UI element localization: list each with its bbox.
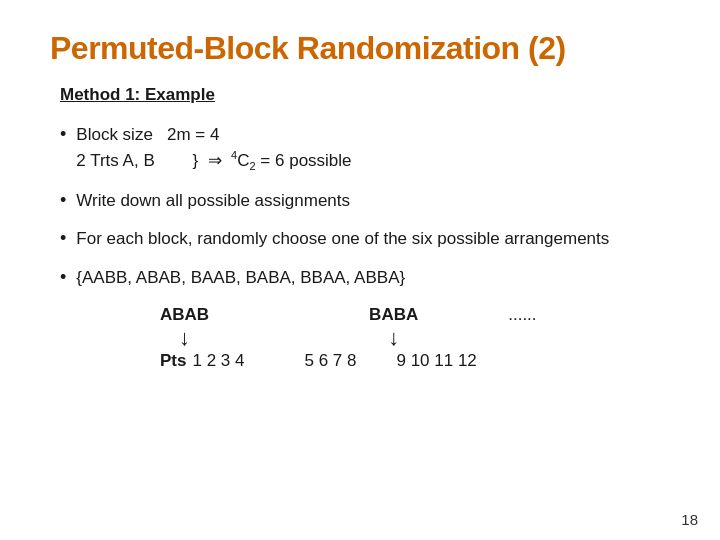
pts-col2: 5 6 7 8 [304,351,356,371]
abab-label: ABAB [160,305,209,325]
pts-label: Pts [160,351,186,371]
bullet-text-2: Write down all possible assignments [76,189,350,214]
bullet-text-1: Block size 2m = 4 2 Trts A, B } ⇒ 4C2 = … [76,123,351,175]
slide-title: Permuted-Block Randomization (2) [50,30,670,67]
pts-row: Pts 1 2 3 4 5 6 7 8 9 10 11 12 [160,351,670,371]
bullet-dot-4: • [60,267,66,288]
sup-4: 4 [231,149,237,161]
bullet1-line1: Block size 2m = 4 [76,123,351,148]
bullet-text-3: For each block, randomly choose one of t… [76,227,609,252]
bullet-dot-3: • [60,228,66,249]
baba-col: BABA ↓ [369,305,418,351]
bullet-dot-1: • [60,124,66,145]
arrow-labels-row: ABAB ↓ BABA ↓ ...... [160,305,670,351]
abab-arrow: ↓ [179,327,190,349]
bullet-text-4: {AABB, ABAB, BAAB, BABA, BBAA, ABBA} [76,266,405,291]
bullet-dot-2: • [60,190,66,211]
ellipsis: ...... [508,305,536,325]
baba-label: BABA [369,305,418,325]
arrow-section: ABAB ↓ BABA ↓ ...... Pts 1 2 3 4 5 6 7 8… [60,305,670,371]
bullet-item-3: • For each block, randomly choose one of… [60,227,670,252]
baba-arrow: ↓ [388,327,399,349]
pts-col3: 9 10 11 12 [396,351,476,371]
slide: Permuted-Block Randomization (2) Method … [0,0,720,540]
abab-col: ABAB ↓ [160,305,209,351]
sub-2: 2 [250,160,256,172]
bullet-item-4: • {AABB, ABAB, BAAB, BABA, BBAA, ABBA} [60,266,670,291]
page-number: 18 [681,511,698,528]
bullet1-line2: 2 Trts A, B } ⇒ 4C2 = 6 possible [76,148,351,175]
bullet-item-1: • Block size 2m = 4 2 Trts A, B } ⇒ 4C2 … [60,123,670,175]
pts-col1: 1 2 3 4 [192,351,244,371]
bullet-item-2: • Write down all possible assignments [60,189,670,214]
method-label: Method 1: Example [60,85,670,105]
